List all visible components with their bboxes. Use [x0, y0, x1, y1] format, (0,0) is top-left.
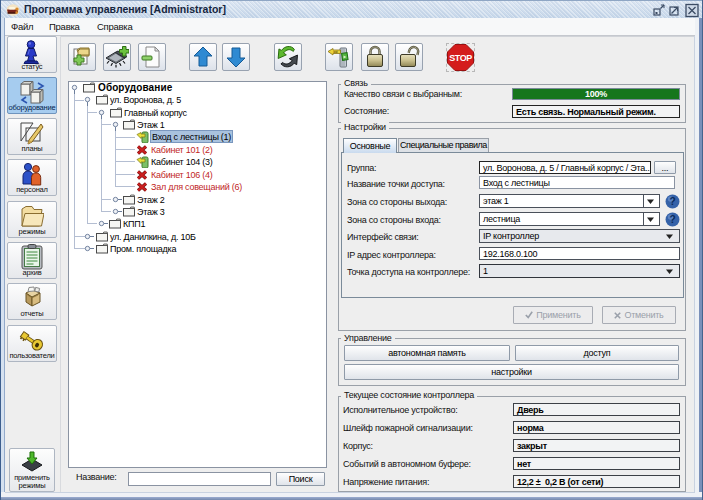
svg-text:?: ?: [670, 196, 676, 207]
svg-text:?: ?: [670, 214, 676, 225]
svg-text:STOP: STOP: [449, 53, 472, 63]
